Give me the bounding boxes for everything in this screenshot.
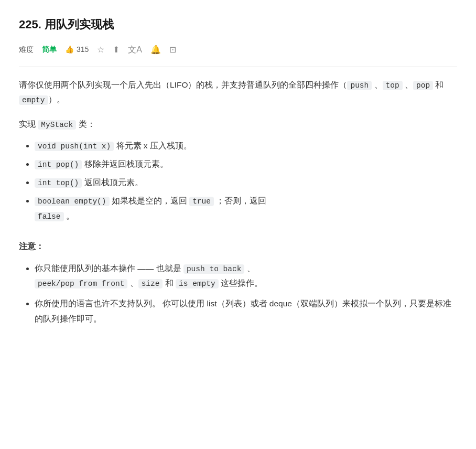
- likes-count: 315: [77, 44, 89, 56]
- method-top: int top() 返回栈顶元素。: [35, 175, 457, 190]
- desc-sep-3: 和: [433, 80, 443, 89]
- note-title: 注意：: [19, 239, 457, 253]
- note-item-1: 你只能使用队列的基本操作 —— 也就是 push to back 、 peek/…: [35, 261, 457, 292]
- translate-icon[interactable]: 文A: [128, 42, 142, 57]
- desc-code-pop: pop: [413, 81, 433, 90]
- method-pop-desc: 移除并返回栈顶元素。: [82, 159, 168, 168]
- note-list: 你只能使用队列的基本操作 —— 也就是 push to back 、 peek/…: [19, 261, 457, 327]
- method-empty-desc-3: 。: [64, 211, 74, 220]
- desc-code-empty: empty: [19, 95, 48, 105]
- note-1-sep-1: 、: [244, 264, 255, 273]
- description: 请你仅使用两个队列实现一个后入先出（LIFO）的栈，并支持普通队列的全部四种操作…: [19, 78, 457, 107]
- page-title: 225. 用队列实现栈: [19, 15, 457, 34]
- desc-sep-1: 、: [372, 80, 382, 89]
- thumbs-up-icon: 👍: [65, 44, 74, 56]
- method-empty-code: boolean empty(): [35, 197, 110, 206]
- method-push-code: void push(int x): [35, 142, 114, 151]
- difficulty-label: 难度: [19, 44, 34, 56]
- method-pop-code: int pop(): [35, 160, 82, 169]
- meta-row: 难度 简单 👍 315 ☆ ⬆ 文A 🔔 ⊡: [19, 42, 457, 67]
- note-item-2: 你所使用的语言也许不支持队列。 你可以使用 list（列表）或者 deque（双…: [35, 296, 457, 326]
- note-1-text-after: 这些操作。: [219, 279, 263, 287]
- class-intro-text2: 类：: [76, 120, 95, 129]
- class-name: MyStack: [38, 120, 76, 130]
- method-push-desc: 将元素 x 压入栈顶。: [114, 141, 192, 150]
- description-text-1: 请你仅使用两个队列实现一个后入先出（LIFO）的栈，并支持普通队列的全部四种操作…: [19, 80, 347, 89]
- method-empty: boolean empty() 如果栈是空的，返回 true ；否则，返回 fa…: [35, 194, 457, 224]
- method-pop: int pop() 移除并返回栈顶元素。: [35, 157, 457, 172]
- desc-code-push: push: [347, 81, 372, 90]
- note-1-code-size: size: [138, 279, 163, 288]
- note-1-sep-3: 和: [163, 279, 176, 287]
- method-top-desc: 返回栈顶元素。: [82, 178, 143, 187]
- desc-sep-2: 、: [403, 80, 413, 89]
- note-2-text: 你所使用的语言也许不支持队列。 你可以使用 list（列表）或者 deque（双…: [35, 299, 451, 323]
- method-empty-false: false: [35, 212, 64, 221]
- note-1-code-peek-pop: peek/pop from front: [35, 279, 127, 288]
- difficulty-value: 简单: [42, 44, 57, 56]
- method-top-code: int top(): [35, 178, 82, 188]
- note-1-text-before: 你只能使用队列的基本操作 —— 也就是: [35, 264, 183, 273]
- bell-icon[interactable]: 🔔: [150, 42, 161, 57]
- share-icon[interactable]: ⬆: [113, 42, 120, 57]
- star-icon[interactable]: ☆: [97, 42, 104, 57]
- desc-text-2: ）。: [48, 95, 65, 104]
- note-1-code-is-empty: is empty: [176, 279, 219, 288]
- method-empty-true: true: [189, 197, 214, 206]
- note-1-code-push-to-back: push to back: [183, 264, 244, 274]
- method-empty-desc-1: 如果栈是空的，返回: [110, 196, 190, 205]
- bookmark-icon[interactable]: ⊡: [169, 42, 176, 57]
- method-push: void push(int x) 将元素 x 压入栈顶。: [35, 138, 457, 154]
- class-intro-text: 实现: [19, 120, 38, 129]
- likes-row[interactable]: 👍 315: [65, 44, 89, 56]
- note-1-sep-2: 、: [127, 279, 138, 287]
- methods-list: void push(int x) 将元素 x 压入栈顶。 int pop() 移…: [19, 138, 457, 223]
- note-section: 注意： 你只能使用队列的基本操作 —— 也就是 push to back 、 p…: [19, 239, 457, 326]
- desc-code-top: top: [383, 81, 403, 90]
- class-intro: 实现 MyStack 类：: [19, 117, 457, 132]
- method-empty-desc-2: ；否则，返回: [214, 196, 266, 205]
